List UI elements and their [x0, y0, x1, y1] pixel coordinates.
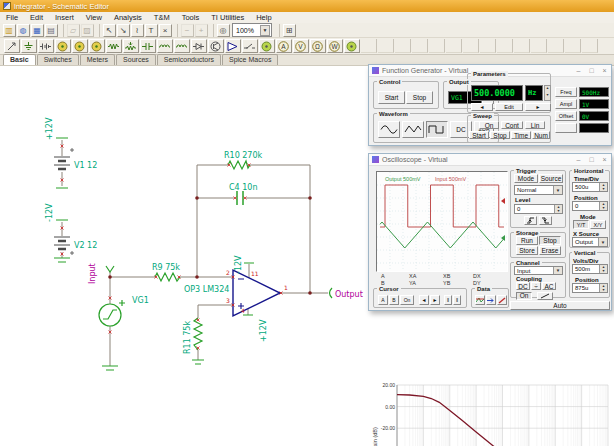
oscilloscope-source-icon[interactable]: [344, 39, 360, 53]
ground-icon[interactable]: [21, 39, 37, 53]
fg-sweep-on-button[interactable]: On: [479, 121, 499, 129]
capacitor-icon[interactable]: [140, 39, 156, 53]
battery-icon[interactable]: [38, 39, 54, 53]
fg-sweep-lin-button[interactable]: Lin: [525, 121, 545, 129]
r9-resistor-symbol[interactable]: [155, 273, 180, 281]
fg-blank-button[interactable]: [555, 123, 577, 133]
trigger-source-button[interactable]: Source: [539, 174, 563, 183]
function-generator-window[interactable]: Function Generator - Virtual – □ × Contr…: [368, 64, 612, 146]
coupling-ac-button[interactable]: AC: [542, 282, 556, 290]
minus12-rail-label[interactable]: -12V: [45, 203, 54, 222]
cursor-left-button[interactable]: ◄: [419, 295, 429, 305]
fg-edit-button[interactable]: Edit: [495, 103, 523, 111]
dropdown-icon[interactable]: ▼: [598, 238, 607, 246]
fg-sweep-cont-button[interactable]: Cont: [501, 121, 523, 129]
select-mode-button[interactable]: ↖: [103, 24, 116, 37]
switch-icon[interactable]: [242, 39, 258, 53]
trigger-falling-edge-button[interactable]: [539, 216, 552, 225]
r10-label[interactable]: R10 270k: [224, 151, 263, 160]
npn-transistor-icon[interactable]: [208, 39, 224, 53]
input-trace-marker[interactable]: [501, 198, 505, 204]
spin-down-icon[interactable]: ▾: [600, 269, 607, 273]
tab-basic[interactable]: Basic: [3, 54, 36, 65]
v-position-spinner[interactable]: 875u ▴▾: [572, 283, 608, 293]
fg-offset-button[interactable]: Offset: [555, 111, 577, 121]
fg-next-digit-button[interactable]: ►: [525, 103, 551, 111]
potentiometer-icon[interactable]: [123, 39, 139, 53]
r10-resistor-symbol[interactable]: [228, 161, 250, 169]
trigger-level-spinner[interactable]: 0 ▴▾: [514, 204, 563, 214]
r9-label[interactable]: R9 75k: [152, 263, 180, 272]
output-connector[interactable]: [330, 288, 333, 298]
jumper-icon[interactable]: [259, 39, 275, 53]
channel-slope-button[interactable]: [537, 292, 553, 300]
print-button[interactable]: ▤: [45, 24, 58, 37]
spin-down-icon[interactable]: ▾: [555, 209, 562, 213]
h-position-spinner[interactable]: 0 ▴▾: [572, 201, 608, 211]
trigger-mode-select[interactable]: Normal ▼: [514, 185, 563, 195]
diode-icon[interactable]: [191, 39, 207, 53]
fg-start-button[interactable]: Start: [378, 91, 405, 104]
wattmeter-icon[interactable]: W: [327, 39, 343, 53]
opamp-vpos-label[interactable]: +12V: [259, 319, 268, 342]
fg-sweep-stop-button[interactable]: Stop: [490, 131, 510, 139]
import-button[interactable]: ◍: [17, 24, 30, 37]
text-tool-button[interactable]: T: [145, 24, 158, 37]
coupling-ground-button[interactable]: ÷: [531, 282, 541, 290]
menu-tm[interactable]: T&M: [148, 12, 176, 23]
plus12-rail-label[interactable]: +12V: [45, 117, 54, 140]
output-net-label[interactable]: Output: [335, 290, 363, 299]
c4-capacitor-symbol[interactable]: [237, 191, 243, 205]
tab-semiconductors[interactable]: Semiconductors: [157, 54, 221, 65]
ammeter-icon[interactable]: A: [276, 39, 292, 53]
menu-analysis[interactable]: Analysis: [108, 12, 148, 23]
data-copy-button[interactable]: [486, 295, 496, 305]
fg-stop-button[interactable]: Stop: [406, 91, 433, 104]
fg-ampl-button[interactable]: Ampl: [555, 99, 577, 109]
fg-sweep-time-button[interactable]: Time: [511, 131, 531, 139]
mode-xy-button[interactable]: X/Y: [590, 220, 606, 229]
data-clear-button[interactable]: [497, 295, 507, 305]
fg-prev-digit-button[interactable]: ◄: [471, 103, 493, 111]
fg-sweep-num-button[interactable]: Num: [532, 131, 550, 139]
storage-stop-button[interactable]: Stop: [539, 236, 561, 245]
spin-down-icon[interactable]: ▾: [545, 93, 550, 100]
mode-yt-button[interactable]: Y/T: [573, 220, 589, 229]
r11-label[interactable]: R11 75k: [183, 321, 192, 354]
fg-square-wave-button[interactable]: [426, 121, 448, 138]
point-mode-button[interactable]: ↘: [117, 24, 130, 37]
storage-store-button[interactable]: Store: [516, 246, 538, 255]
cursor-lock-b-button[interactable]: ‖: [453, 295, 461, 305]
close-icon[interactable]: ×: [598, 66, 611, 76]
scope-titlebar[interactable]: Oscilloscope - Virtual – □ ×: [369, 154, 611, 166]
spin-down-icon[interactable]: ▾: [600, 206, 607, 210]
input-net-label[interactable]: Input: [88, 263, 97, 284]
input-connector[interactable]: [106, 266, 114, 272]
tab-spicemacros[interactable]: Spice Macros: [222, 54, 278, 65]
fg-sine-wave-button[interactable]: [378, 121, 400, 138]
opamp-vneg-label[interactable]: -12V: [234, 255, 243, 274]
inductor-icon[interactable]: [157, 39, 173, 53]
cursor-a-button[interactable]: A: [378, 295, 388, 305]
minimize-icon[interactable]: –: [572, 66, 585, 76]
timediv-spinner[interactable]: 500u ▴▾: [572, 182, 608, 192]
menu-tools[interactable]: Tools: [176, 12, 206, 23]
voltmeter-icon[interactable]: V: [293, 39, 309, 53]
storage-run-button[interactable]: Run: [516, 236, 538, 245]
fg-frequency-spinner[interactable]: ▴ ▾: [544, 85, 551, 101]
cursor-right-button[interactable]: ►: [430, 295, 440, 305]
storage-erase-button[interactable]: Erase: [539, 246, 561, 255]
fg-triangle-wave-button[interactable]: [402, 121, 424, 138]
channel-select[interactable]: Input ▼: [514, 266, 563, 275]
dropdown-icon[interactable]: ▼: [553, 267, 562, 274]
channel-on-button[interactable]: On: [516, 292, 532, 300]
spin-down-icon[interactable]: ▾: [600, 187, 607, 191]
opamp-label[interactable]: OP3 LM324: [184, 285, 229, 294]
auto-button[interactable]: Auto: [510, 301, 610, 310]
coupling-dc-button[interactable]: DC: [516, 282, 530, 290]
trigger-rising-edge-button[interactable]: [524, 216, 537, 225]
v2-label[interactable]: V2 12: [74, 241, 97, 250]
maximize-icon[interactable]: □: [585, 66, 598, 76]
ohmmeter-icon[interactable]: Ω: [310, 39, 326, 53]
dropdown-icon[interactable]: ▼: [260, 25, 270, 36]
